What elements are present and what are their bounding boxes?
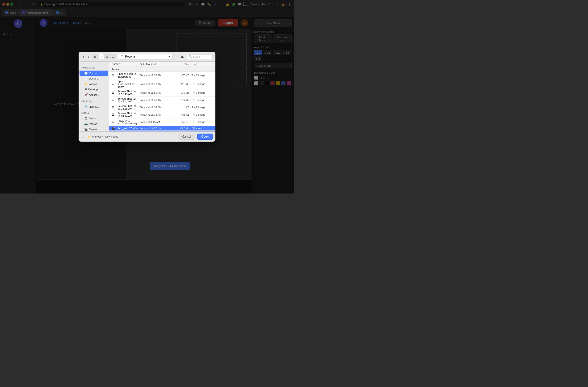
file-name: IMG_7457 2.MOV <box>118 127 140 129</box>
col-kind: Kind <box>192 63 213 65</box>
file-date: Today at 11:51 AM <box>140 91 173 94</box>
file-row[interactable]: 🖼 Screen Shot...at 11.34.14 AM Today at … <box>109 111 215 118</box>
location-label: Recents <box>125 55 135 58</box>
dialog-footer-buttons: Cancel Open <box>178 133 213 140</box>
kapwing-folder-label: kapwin... <box>89 83 99 86</box>
dialog-view-list[interactable]: ≡ <box>99 54 104 59</box>
file-row-selected[interactable]: 🎬 IMG_7457 2.MOV Today at 12:02 PM 25.2 … <box>109 126 215 131</box>
recents-label: Recents <box>89 72 98 75</box>
dialog-actions: ↑ ⏏ <box>174 54 185 59</box>
sidebar-photos[interactable]: 📷 Photos <box>80 121 108 127</box>
file-row[interactable]: 🖼 Paste URL int...Youtube.png Today at 9… <box>109 118 215 126</box>
photos-label: Photos <box>89 123 97 125</box>
file-kind: QT movie <box>192 127 213 129</box>
file-kind: PNG image <box>192 113 213 116</box>
today-section: Today <box>109 67 215 72</box>
desktop-label: Desktop <box>88 88 98 91</box>
file-row[interactable]: 🖼 Screen Shot...at 11.46.41 AM Today at … <box>109 97 215 104</box>
file-date: Today at 12:02 PM <box>140 127 173 129</box>
file-row[interactable]: 🖼 Speech bubb...timeline delay Today at … <box>109 79 215 89</box>
file-icon: 🖼 <box>112 113 116 116</box>
file-date: Today at 11:46 AM <box>140 99 173 102</box>
file-size: 25.2 MB <box>173 127 192 129</box>
dialog-search-icon: 🔍 <box>189 55 192 58</box>
sidebar-documents[interactable]: 📄 Docum... <box>80 76 108 81</box>
sidebar-kapwing[interactable]: 📁 kapwin... <box>80 81 108 86</box>
col-date: Date Modified <box>140 63 173 65</box>
path-text: jenthoven › Downloads <box>92 135 118 138</box>
photos-icon: 📷 <box>84 122 88 126</box>
sidebar-recents[interactable]: 🕐 Recents <box>80 71 108 76</box>
applications-label: Applica... <box>89 93 100 96</box>
file-name: Screen Shot...at 11.50.49 AM <box>118 90 140 96</box>
file-row[interactable]: 🖼 Screen Shot...at 11.50.49 AM Today at … <box>109 89 215 97</box>
media-section-label: Media <box>79 111 109 116</box>
dialog-view-icons[interactable]: ⊞ <box>92 54 98 59</box>
file-size: 414 KB <box>173 106 192 109</box>
dialog-view-buttons: ⊞ ≡ ⊟ ⊡ <box>92 54 116 60</box>
dialog-location[interactable]: 📋 Recents ▾ <box>118 54 172 60</box>
dialog-sidebar: Favorites 🕐 Recents 📄 Docum... 📁 kapwin.… <box>79 62 109 131</box>
path-home-icon: 🏠 <box>81 135 85 138</box>
desktop-icon: 🖥 <box>84 88 87 91</box>
movies-label: Movies <box>89 128 97 131</box>
file-name: Speech bubb...timeline delay <box>118 80 140 88</box>
file-dialog-overlay: ‹ › ⊞ ≡ ⊟ ⊡ 📋 Recents ▾ ↑ ⏏ 🔍 Search <box>0 0 294 194</box>
dialog-forward-button[interactable]: › <box>87 54 91 59</box>
sidebar-remote[interactable]: 💿 Remot... <box>80 104 108 109</box>
col-name: Name ▾ <box>112 63 140 65</box>
sidebar-music[interactable]: 🎵 Music <box>80 116 108 121</box>
file-name: Speech bubb...g transparent <box>118 72 140 78</box>
file-size: 453 KB <box>173 113 192 116</box>
movies-icon: 🎬 <box>84 128 88 131</box>
file-icon: 🖼 <box>112 74 116 77</box>
file-icon: 🎬 <box>112 127 116 130</box>
documents-icon: 📄 <box>84 77 88 80</box>
file-name: Paste URL int...Youtube.png <box>118 119 140 125</box>
sidebar-movies[interactable]: 🎬 Movies <box>80 127 108 131</box>
sidebar-desktop[interactable]: 🖥 Desktop <box>80 87 108 92</box>
dialog-footer: 🏠 › 📁 jenthoven › Downloads Cancel Open <box>79 131 215 142</box>
file-name: Screen Shot...at 11.34.14 AM <box>118 112 140 118</box>
file-kind: PNG image <box>192 106 213 109</box>
dialog-path: 🏠 › 📁 jenthoven › Downloads <box>81 135 118 138</box>
dialog-file-list: Name ▾ Date Modified Size Kind Today 🖼 S… <box>109 62 215 131</box>
file-dialog: ‹ › ⊞ ≡ ⊟ ⊡ 📋 Recents ▾ ↑ ⏏ 🔍 Search <box>79 52 215 142</box>
remote-icon: 💿 <box>84 105 88 108</box>
location-icon: 📋 <box>120 55 124 58</box>
applications-icon: 🚀 <box>84 93 88 97</box>
file-row[interactable]: 🖼 Screen Shot...at 11.34.38 AM Today at … <box>109 104 215 111</box>
dialog-toolbar: ‹ › ⊞ ≡ ⊟ ⊡ 📋 Recents ▾ ↑ ⏏ 🔍 Search <box>79 52 215 62</box>
path-separator: › <box>86 135 87 138</box>
file-size: 2.1 MB <box>173 83 192 86</box>
dialog-search: 🔍 Search <box>187 54 213 59</box>
dialog-view-columns[interactable]: ⊟ <box>104 54 110 59</box>
file-icon: 🖼 <box>112 82 116 86</box>
sidebar-applications[interactable]: 🚀 Applica... <box>80 92 108 97</box>
dialog-eject-button[interactable]: ⏏ <box>179 54 185 59</box>
file-row[interactable]: 🖼 Speech bubb...g transparent Today at 1… <box>109 72 215 79</box>
file-size: 352 KB <box>173 121 192 123</box>
dialog-open-button[interactable]: Open <box>197 133 213 140</box>
file-size: 1.6 MB <box>173 99 192 102</box>
file-icon: 🖼 <box>112 106 116 109</box>
dialog-cancel-button[interactable]: Cancel <box>178 133 195 140</box>
file-date: Today at 9:45 AM <box>140 121 173 123</box>
location-dropdown-icon: ▾ <box>168 55 170 58</box>
dialog-view-gallery[interactable]: ⊡ <box>110 54 116 59</box>
favorites-section-label: Favorites <box>79 66 109 70</box>
dialog-back-button[interactable]: ‹ <box>81 54 85 59</box>
music-label: Music <box>89 117 96 120</box>
documents-label: Docum... <box>89 77 99 80</box>
kapwing-folder-icon: 📁 <box>84 82 88 86</box>
recents-icon: 🕐 <box>84 71 88 75</box>
file-kind: PNG image <box>192 99 213 102</box>
file-name: Screen Shot...at 11.34.38 AM <box>118 105 140 110</box>
dialog-search-placeholder: Search <box>193 55 201 58</box>
file-date: Today at 11:34 AM <box>140 113 173 116</box>
file-kind: PNG image <box>192 91 213 94</box>
dialog-upload-button[interactable]: ↑ <box>174 54 178 59</box>
col-size: Size <box>173 63 192 65</box>
remote-label: Remot... <box>89 105 99 108</box>
path-folder-icon: 📁 <box>87 135 91 138</box>
